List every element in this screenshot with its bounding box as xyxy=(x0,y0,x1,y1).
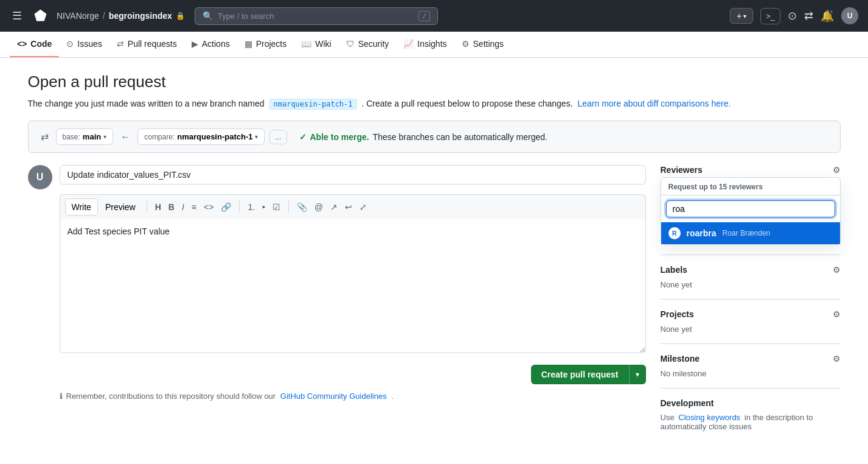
title-section xyxy=(60,165,646,185)
terminal-button[interactable]: >_ xyxy=(760,8,780,24)
labels-gear-button[interactable]: ⚙ xyxy=(833,265,841,275)
projects-gear-button[interactable]: ⚙ xyxy=(833,309,841,319)
toolbar-divider xyxy=(147,201,147,213)
nav-settings[interactable]: ⚙ Settings xyxy=(454,32,512,57)
hamburger-menu[interactable]: ☰ xyxy=(10,7,24,25)
reviewers-search-input[interactable] xyxy=(666,200,835,217)
nav-wiki-label: Wiki xyxy=(315,39,331,49)
merge-note-text: These branches can be automatically merg… xyxy=(373,132,547,142)
reviewers-title: Reviewers xyxy=(661,165,703,175)
repo-nav: <> Code ⊙ Issues ⇄ Pull requests ▶ Actio… xyxy=(0,32,868,58)
numbered-list-button[interactable]: 1. xyxy=(245,200,258,214)
base-branch-name: main xyxy=(83,132,101,141)
reviewers-gear-button[interactable]: ⚙ xyxy=(833,165,841,175)
attach-button[interactable]: 📎 xyxy=(294,200,310,214)
ordered-list-button[interactable]: ≡ xyxy=(189,200,200,214)
undo-button[interactable]: ↩ xyxy=(342,200,355,214)
nav-code-label: Code xyxy=(30,39,52,49)
avatar: U xyxy=(841,7,858,24)
dots-button[interactable]: ... xyxy=(269,130,286,144)
projects-section: Projects ⚙ None yet xyxy=(661,309,841,344)
nav-actions[interactable]: ▶ Actions xyxy=(184,32,237,57)
page-subtitle: The change you just made was written to … xyxy=(28,99,841,108)
base-chevron-icon: ▾ xyxy=(103,133,106,140)
closing-keywords-link[interactable]: Closing keywords xyxy=(678,413,740,422)
editor-toolbar: Write Preview H B I ≡ <> 🔗 1. • xyxy=(60,194,646,219)
projects-icon: ▦ xyxy=(245,39,252,49)
write-tab[interactable]: Write xyxy=(65,199,98,216)
community-guidelines-link[interactable]: GitHub Community Guidelines xyxy=(280,392,387,401)
toolbar-divider-2 xyxy=(239,201,240,213)
create-pr-button[interactable]: Create pull request xyxy=(531,365,629,384)
nav-issues[interactable]: ⊙ Issues xyxy=(59,32,109,57)
mention-button[interactable]: @ xyxy=(311,200,326,214)
top-header: ☰ ⬟ NIVANorge / begroingsindex 🔒 🔍 Type … xyxy=(0,0,868,32)
pr-title-input[interactable] xyxy=(60,165,646,185)
preview-tab[interactable]: Preview xyxy=(99,199,142,215)
nav-wiki[interactable]: 📖 Wiki xyxy=(294,32,338,57)
lock-icon: 🔒 xyxy=(176,12,185,20)
reviewer-result-item[interactable]: R roarbra Roar Brænden xyxy=(661,222,840,244)
task-list-button[interactable]: ☑ xyxy=(269,200,283,214)
learn-more-link[interactable]: Learn more about diff comparisons here. xyxy=(577,99,731,108)
link-button[interactable]: 🔗 xyxy=(218,200,234,214)
nav-insights[interactable]: 📈 Insights xyxy=(396,32,454,57)
italic-button[interactable]: I xyxy=(179,200,187,214)
nav-projects[interactable]: ▦ Projects xyxy=(237,32,294,57)
bold-button[interactable]: B xyxy=(165,200,178,214)
branch-swap-button[interactable]: ← xyxy=(118,129,133,145)
milestone-section: Milestone ⚙ No milestone xyxy=(661,354,841,388)
header-actions: + ▾ >_ ⊙ ⇄ 🔔 U xyxy=(730,7,858,24)
subtitle-after: . Create a pull request below to propose… xyxy=(361,99,572,108)
contrib-note-text: Remember, contributions to this reposito… xyxy=(66,392,394,401)
reference-button[interactable]: ↗ xyxy=(327,200,341,214)
pr-description-textarea[interactable]: Add Test species PIT value xyxy=(60,219,646,353)
reviewer-avatar: R xyxy=(668,227,681,239)
branch-selector-row: ⇄ base: main ▾ ← compare: nmarquesin-pat… xyxy=(28,121,841,153)
issues-icon-button[interactable]: ⊙ xyxy=(788,9,797,23)
merge-status: ✓ Able to merge. These branches can be a… xyxy=(299,132,547,142)
nav-pull-requests[interactable]: ⇄ Pull requests xyxy=(109,32,184,57)
development-header: Development xyxy=(661,398,841,408)
description-section: Write Preview H B I ≡ <> 🔗 1. • xyxy=(60,194,646,355)
avatar-button[interactable]: U xyxy=(841,7,858,24)
issues-icon: ⊙ xyxy=(66,39,74,49)
labels-header: Labels ⚙ xyxy=(661,265,841,275)
milestone-header: Milestone ⚙ xyxy=(661,354,841,364)
wiki-icon: 📖 xyxy=(301,39,311,49)
info-icon: ℹ xyxy=(60,392,63,401)
breadcrumb: NIVANorge / begroingsindex 🔒 xyxy=(57,11,185,21)
heading-button[interactable]: H xyxy=(152,200,164,214)
code-button[interactable]: <> xyxy=(201,200,217,214)
subtitle-before: The change you just made was written to … xyxy=(28,99,265,108)
nav-settings-label: Settings xyxy=(473,39,504,49)
github-logo: ⬟ xyxy=(34,7,47,24)
bullet-list-button[interactable]: • xyxy=(259,200,268,214)
terminal-icon: >_ xyxy=(766,12,775,21)
repo-link[interactable]: begroingsindex xyxy=(109,11,172,21)
sync-icon-button[interactable]: ⇄ xyxy=(38,128,51,145)
nav-security[interactable]: 🛡 Security xyxy=(339,32,397,57)
milestone-gear-button[interactable]: ⚙ xyxy=(833,354,841,364)
fullscreen-button[interactable]: ⤢ xyxy=(356,200,370,214)
create-pr-dropdown-button[interactable]: ▾ xyxy=(629,365,646,384)
owner-link[interactable]: NIVANorge xyxy=(57,11,99,21)
notification-badge xyxy=(829,9,834,14)
search-bar[interactable]: 🔍 Type / to search / xyxy=(195,7,438,25)
milestone-title: Milestone xyxy=(661,354,700,364)
nav-insights-label: Insights xyxy=(417,39,446,49)
notifications-button[interactable]: 🔔 xyxy=(821,9,834,23)
compare-branch-selector[interactable]: compare: nmarquesin-patch-1 ▾ xyxy=(137,128,265,145)
nav-code[interactable]: <> Code xyxy=(10,32,59,57)
projects-title: Projects xyxy=(661,309,694,319)
projects-value: None yet xyxy=(661,325,692,334)
base-branch-selector[interactable]: base: main ▾ xyxy=(56,128,114,145)
page-title: Open a pull request xyxy=(28,72,841,91)
insights-icon: 📈 xyxy=(403,39,414,49)
chevron-down-icon: ▾ xyxy=(743,13,746,19)
circle-dot-icon: ⊙ xyxy=(788,10,797,22)
branch-code: nmarquesin-patch-1 xyxy=(269,99,357,110)
nav-issues-label: Issues xyxy=(77,39,102,49)
new-button[interactable]: + ▾ xyxy=(730,8,753,24)
pull-request-icon-button[interactable]: ⇄ xyxy=(804,9,813,23)
